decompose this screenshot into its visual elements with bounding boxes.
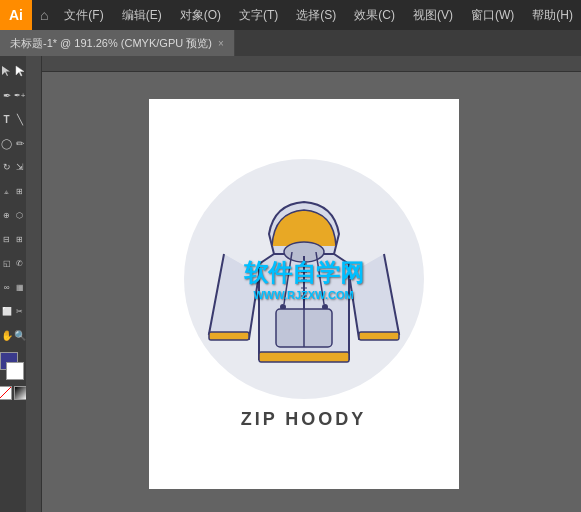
- menu-object[interactable]: 对象(O): [172, 0, 229, 30]
- bar-graph-tool[interactable]: ▦: [13, 276, 26, 298]
- line-tool[interactable]: ╲: [13, 108, 26, 130]
- paintbrush-tool[interactable]: ✏: [13, 132, 26, 154]
- hoodie-illustration: [204, 174, 404, 384]
- canvas-area: 软件自学网 WWW.RJZXW.COM ZIP HOODY: [26, 56, 581, 512]
- mesh-tool[interactable]: ⊞: [13, 228, 26, 250]
- none-swatch[interactable]: [0, 386, 12, 400]
- warp-tool[interactable]: ⟁: [0, 180, 13, 202]
- main-content: ✒ ✒+ T ╲ ◯ ✏ ↻ ⇲ ⟁ ⊞ ⊕ ⬡ ⊟ ⊞ ◱ ✆: [0, 56, 581, 512]
- toolbar: ✒ ✒+ T ╲ ◯ ✏ ↻ ⇲ ⟁ ⊞ ⊕ ⬡ ⊟ ⊞ ◱ ✆: [0, 56, 26, 512]
- free-transform-tool[interactable]: ⊞: [13, 180, 26, 202]
- hoodie-circle-bg: 软件自学网 WWW.RJZXW.COM: [184, 159, 424, 399]
- scale-tool[interactable]: ⇲: [13, 156, 26, 178]
- type-tool[interactable]: T: [0, 108, 13, 130]
- perspective-tool[interactable]: ⊟: [0, 228, 13, 250]
- artboard-tool[interactable]: ⬜: [0, 300, 13, 322]
- pen-tool[interactable]: ✒: [0, 84, 13, 106]
- ellipse-tool[interactable]: ◯: [0, 132, 13, 154]
- menu-view[interactable]: 视图(V): [405, 0, 461, 30]
- menu-items: 文件(F) 编辑(E) 对象(O) 文字(T) 选择(S) 效果(C) 视图(V…: [56, 0, 581, 30]
- home-icon[interactable]: ⌂: [32, 0, 56, 30]
- direct-select-tool[interactable]: [13, 60, 26, 82]
- tab-close-button[interactable]: ×: [218, 38, 224, 49]
- menu-help[interactable]: 帮助(H): [524, 0, 581, 30]
- svg-rect-10: [209, 332, 249, 340]
- logo-text: Ai: [9, 7, 23, 23]
- shape-builder-tool[interactable]: ⊕: [0, 204, 13, 226]
- color-extras: [0, 386, 28, 400]
- tab-bar: 未标题-1* @ 191.26% (CMYK/GPU 预览) ×: [0, 30, 581, 56]
- color-swatches: [0, 352, 28, 400]
- rotate-tool[interactable]: ↻: [0, 156, 13, 178]
- eyedropper-tool[interactable]: ✆: [13, 252, 26, 274]
- ai-logo: Ai: [0, 0, 32, 30]
- product-label: ZIP HOODY: [241, 409, 367, 430]
- menu-effect[interactable]: 效果(C): [346, 0, 403, 30]
- slice-tool[interactable]: ✂: [13, 300, 26, 322]
- ruler-vertical: [26, 56, 42, 512]
- svg-marker-0: [2, 66, 10, 76]
- menu-file[interactable]: 文件(F): [56, 0, 111, 30]
- zoom-tool[interactable]: 🔍: [13, 324, 26, 346]
- document-tab[interactable]: 未标题-1* @ 191.26% (CMYK/GPU 预览) ×: [0, 30, 235, 56]
- artboard: 软件自学网 WWW.RJZXW.COM ZIP HOODY: [149, 99, 459, 489]
- selection-tool[interactable]: [0, 60, 13, 82]
- menu-window[interactable]: 窗口(W): [463, 0, 522, 30]
- ruler-horizontal: [26, 56, 581, 72]
- blend-tool[interactable]: ∞: [0, 276, 13, 298]
- menu-text[interactable]: 文字(T): [231, 0, 286, 30]
- hand-tool[interactable]: ✋: [0, 324, 13, 346]
- tab-title: 未标题-1* @ 191.26% (CMYK/GPU 预览): [10, 36, 212, 51]
- svg-rect-11: [359, 332, 399, 340]
- menu-edit[interactable]: 编辑(E): [114, 0, 170, 30]
- menu-select[interactable]: 选择(S): [288, 0, 344, 30]
- live-paint-tool[interactable]: ⬡: [13, 204, 26, 226]
- menu-bar: Ai ⌂ 文件(F) 编辑(E) 对象(O) 文字(T) 选择(S) 效果(C)…: [0, 0, 581, 30]
- gradient-tool[interactable]: ◱: [0, 252, 13, 274]
- svg-marker-1: [16, 66, 24, 76]
- add-anchor-tool[interactable]: ✒+: [13, 84, 26, 106]
- svg-rect-9: [259, 352, 349, 362]
- background-color[interactable]: [6, 362, 24, 380]
